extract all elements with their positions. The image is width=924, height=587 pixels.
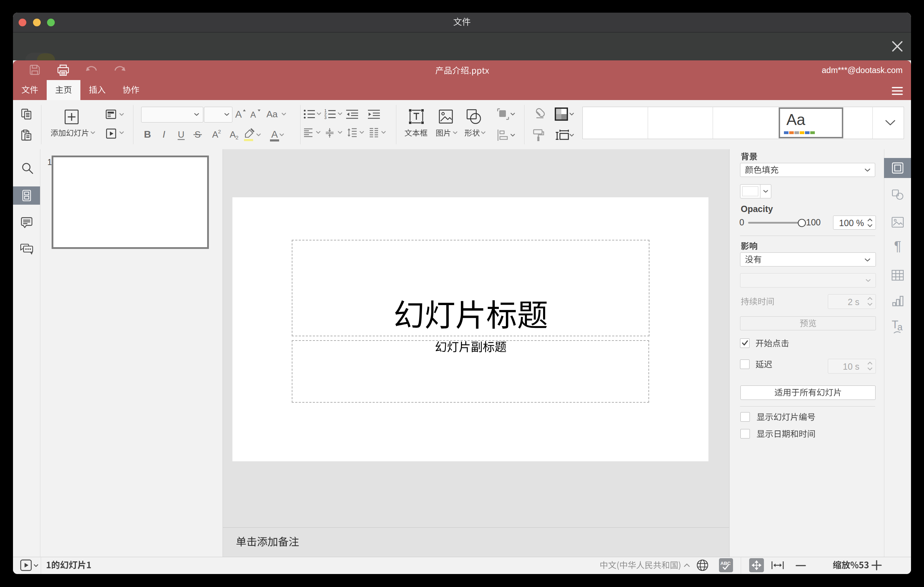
svg-text:A: A	[250, 110, 256, 119]
svg-text:2: 2	[218, 129, 221, 134]
svg-text:Aa: Aa	[266, 109, 278, 119]
svg-text:A: A	[271, 129, 278, 140]
svg-text:I: I	[163, 129, 165, 140]
svg-text:A: A	[229, 129, 236, 140]
svg-text:A: A	[212, 129, 218, 140]
svg-text:Aa: Aa	[786, 112, 805, 128]
svg-text:¶: ¶	[894, 240, 901, 253]
svg-text:A: A	[235, 109, 242, 120]
svg-text:3: 3	[324, 115, 327, 119]
svg-text:2: 2	[236, 134, 238, 140]
svg-text:ABC: ABC	[720, 561, 731, 566]
svg-text:B: B	[144, 129, 151, 140]
svg-text:U: U	[178, 129, 185, 140]
svg-text:a: a	[897, 322, 903, 333]
